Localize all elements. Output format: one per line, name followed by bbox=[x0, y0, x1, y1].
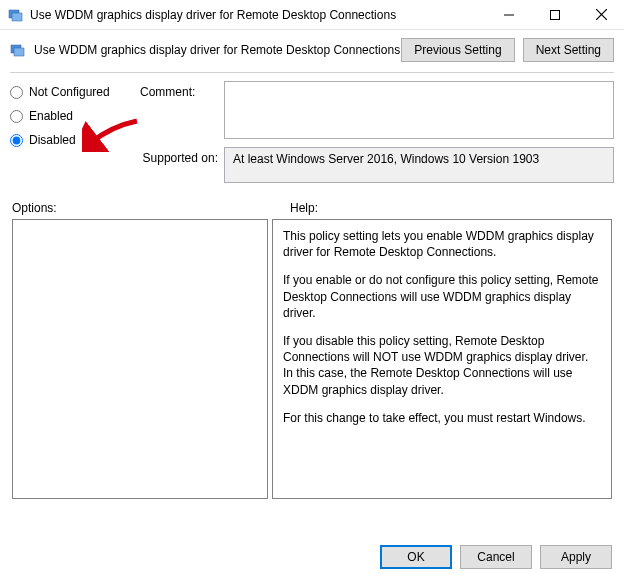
policy-name: Use WDDM graphics display driver for Rem… bbox=[34, 43, 401, 57]
radio-not-configured-label: Not Configured bbox=[29, 85, 110, 99]
help-text-1: This policy setting lets you enable WDDM… bbox=[283, 228, 601, 260]
config-area: Not Configured Enabled Disabled Comment:… bbox=[0, 81, 624, 191]
divider bbox=[10, 72, 614, 73]
comment-row: Comment: bbox=[140, 81, 614, 139]
next-setting-button[interactable]: Next Setting bbox=[523, 38, 614, 62]
radio-disabled-label: Disabled bbox=[29, 133, 76, 147]
comment-input[interactable] bbox=[224, 81, 614, 139]
close-button[interactable] bbox=[578, 0, 624, 29]
radio-not-configured-input[interactable] bbox=[10, 86, 23, 99]
help-text-2: If you enable or do not configure this p… bbox=[283, 272, 601, 321]
supported-row: Supported on: At least Windows Server 20… bbox=[140, 147, 614, 183]
radio-disabled[interactable]: Disabled bbox=[10, 133, 140, 147]
radio-disabled-input[interactable] bbox=[10, 134, 23, 147]
panel-labels: Options: Help: bbox=[0, 191, 624, 219]
radio-column: Not Configured Enabled Disabled bbox=[10, 81, 140, 191]
svg-rect-1 bbox=[12, 13, 22, 21]
footer-buttons: OK Cancel Apply bbox=[380, 545, 612, 569]
options-panel bbox=[12, 219, 268, 499]
window-title: Use WDDM graphics display driver for Rem… bbox=[30, 8, 486, 22]
radio-enabled[interactable]: Enabled bbox=[10, 109, 140, 123]
ok-button[interactable]: OK bbox=[380, 545, 452, 569]
radio-enabled-label: Enabled bbox=[29, 109, 73, 123]
cancel-button[interactable]: Cancel bbox=[460, 545, 532, 569]
window-controls bbox=[486, 0, 624, 29]
previous-setting-button[interactable]: Previous Setting bbox=[401, 38, 514, 62]
help-label: Help: bbox=[290, 201, 318, 215]
help-text-4: For this change to take effect, you must… bbox=[283, 410, 601, 426]
policy-icon bbox=[8, 7, 24, 23]
maximize-button[interactable] bbox=[532, 0, 578, 29]
apply-button[interactable]: Apply bbox=[540, 545, 612, 569]
radio-enabled-input[interactable] bbox=[10, 110, 23, 123]
svg-rect-7 bbox=[14, 48, 24, 56]
svg-rect-3 bbox=[551, 10, 560, 19]
radio-not-configured[interactable]: Not Configured bbox=[10, 85, 140, 99]
minimize-button[interactable] bbox=[486, 0, 532, 29]
header-row: Use WDDM graphics display driver for Rem… bbox=[0, 30, 624, 68]
help-text-3: If you disable this policy setting, Remo… bbox=[283, 333, 601, 398]
right-column: Comment: Supported on: At least Windows … bbox=[140, 81, 614, 191]
supported-display: At least Windows Server 2016, Windows 10… bbox=[224, 147, 614, 183]
supported-label: Supported on: bbox=[140, 147, 224, 183]
nav-buttons: Previous Setting Next Setting bbox=[401, 38, 614, 62]
comment-label: Comment: bbox=[140, 81, 224, 139]
titlebar: Use WDDM graphics display driver for Rem… bbox=[0, 0, 624, 30]
options-label: Options: bbox=[12, 201, 272, 215]
help-panel: This policy setting lets you enable WDDM… bbox=[272, 219, 612, 499]
policy-header-icon bbox=[10, 42, 26, 58]
panels-row: This policy setting lets you enable WDDM… bbox=[0, 219, 624, 499]
